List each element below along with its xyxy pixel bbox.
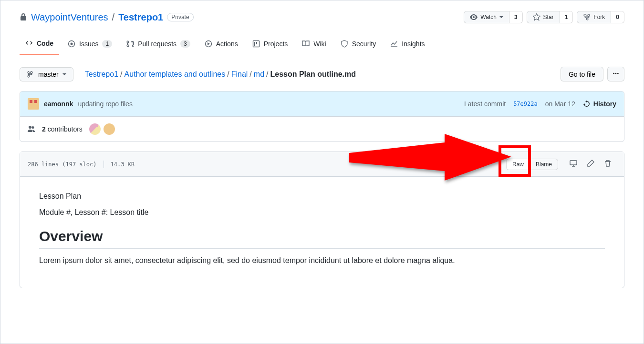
lock-icon	[20, 13, 27, 21]
edit-button[interactable]	[582, 157, 599, 172]
raw-button[interactable]: Raw	[506, 159, 530, 170]
tab-code-label: Code	[37, 40, 53, 47]
tab-insights-label: Insights	[402, 40, 425, 48]
breadcrumb-p2[interactable]: Final	[231, 70, 248, 78]
people-icon	[28, 125, 35, 133]
contributors-row: 2 contributors	[20, 117, 624, 142]
chevron-down-icon	[62, 73, 66, 77]
header-actions: Watch 3 Star 1 Fork 0	[464, 11, 624, 23]
chevron-down-icon	[499, 16, 503, 20]
file-content: Lesson Plan Module #, Lesson #: Lesson t…	[20, 177, 624, 288]
tab-actions[interactable]: Actions	[199, 36, 244, 55]
watch-button[interactable]: Watch	[464, 11, 509, 23]
svg-point-7	[615, 73, 617, 74]
repo-nav: Code Issues 1 Pull requests 3 Actions Pr…	[16, 36, 628, 55]
star-icon	[533, 13, 540, 21]
breadcrumb-p3[interactable]: md	[254, 70, 264, 78]
desktop-icon	[570, 160, 577, 167]
tab-pulls[interactable]: Pull requests 3	[121, 36, 196, 55]
fork-count[interactable]: 0	[611, 11, 624, 23]
svg-rect-4	[254, 42, 255, 46]
history-label: History	[593, 100, 616, 108]
file-info: 286 lines (197 sloc) 14.3 KB	[28, 161, 135, 168]
tab-projects[interactable]: Projects	[247, 36, 294, 55]
file-header: 286 lines (197 sloc) 14.3 KB Raw Blame	[20, 152, 624, 177]
commit-sha[interactable]: 57e922a	[513, 101, 538, 107]
tab-issues[interactable]: Issues 1	[62, 36, 118, 55]
tab-issues-label: Issues	[79, 40, 98, 48]
tab-actions-label: Actions	[216, 40, 238, 48]
tab-wiki-label: Wiki	[313, 40, 326, 48]
delete-button[interactable]	[599, 157, 616, 172]
breadcrumb-root[interactable]: Testrepo1	[85, 70, 118, 78]
contributors-text[interactable]: 2 contributors	[42, 125, 83, 133]
history-icon	[583, 100, 591, 108]
tab-security[interactable]: Security	[335, 36, 382, 55]
commit-author[interactable]: eamonnk	[44, 100, 73, 108]
watch-count[interactable]: 3	[509, 11, 523, 23]
project-icon	[252, 40, 260, 48]
repo-owner-link[interactable]: WaypointVentures	[31, 12, 108, 23]
commit-message[interactable]: updating repo files	[78, 100, 132, 108]
more-options-button[interactable]	[607, 67, 624, 81]
issue-icon	[68, 40, 75, 48]
file-box: 286 lines (197 sloc) 14.3 KB Raw Blame	[20, 152, 624, 288]
branch-selector[interactable]: master	[20, 67, 73, 81]
breadcrumb: Testrepo1/Author templates and outlines/…	[85, 70, 356, 79]
issues-count: 1	[102, 40, 112, 48]
fork-button[interactable]: Fork	[577, 11, 611, 23]
content-body: Lorem ipsum dolor sit amet, consectetur …	[39, 256, 605, 265]
repo-title: WaypointVentures / Testrepo1 Private	[20, 12, 194, 23]
star-label: Star	[543, 14, 554, 20]
file-actions: Raw Blame	[506, 157, 616, 172]
display-source-button[interactable]	[565, 157, 582, 172]
breadcrumb-p1[interactable]: Author templates and outlines	[125, 70, 226, 78]
content-heading: Overview	[39, 228, 605, 249]
tab-code[interactable]: Code	[20, 36, 59, 55]
visibility-badge: Private	[167, 13, 193, 21]
play-icon	[205, 40, 212, 48]
contributor-avatar-2[interactable]	[104, 123, 115, 135]
tab-security-label: Security	[352, 40, 376, 48]
svg-point-8	[617, 73, 619, 74]
content-line-2: Module #, Lesson #: Lesson title	[39, 208, 605, 217]
fork-icon	[583, 13, 591, 21]
repo-name-link[interactable]: Testrepo1	[118, 12, 163, 23]
pulls-count: 3	[180, 40, 190, 48]
trash-icon	[604, 160, 612, 167]
tab-insights[interactable]: Insights	[384, 36, 430, 55]
breadcrumb-file: Lesson Plan outline.md	[270, 70, 356, 78]
latest-commit-label: Latest commit	[464, 100, 506, 108]
tab-pulls-label: Pull requests	[138, 40, 177, 48]
star-button[interactable]: Star	[527, 11, 560, 23]
code-icon	[25, 40, 33, 47]
pencil-icon	[587, 160, 594, 167]
divider	[104, 161, 104, 168]
star-count[interactable]: 1	[560, 11, 573, 23]
repo-header: WaypointVentures / Testrepo1 Private Wat…	[16, 8, 628, 23]
kebab-icon	[613, 70, 619, 77]
tab-wiki[interactable]: Wiki	[296, 36, 332, 55]
svg-rect-9	[570, 161, 577, 165]
svg-point-6	[613, 73, 614, 74]
watch-label: Watch	[480, 14, 497, 20]
file-nav: master Testrepo1/Author templates and ou…	[16, 67, 628, 81]
file-size: 14.3 KB	[111, 161, 135, 168]
contributor-avatar-1[interactable]	[89, 123, 101, 135]
commit-row: eamonnk updating repo files Latest commi…	[20, 91, 624, 117]
slash: /	[112, 12, 115, 23]
avatar[interactable]	[28, 98, 39, 110]
graph-icon	[390, 40, 398, 48]
blame-button[interactable]: Blame	[530, 159, 558, 170]
branch-name: master	[38, 71, 59, 78]
go-to-file-button[interactable]: Go to file	[561, 67, 603, 81]
history-link[interactable]: History	[583, 100, 616, 108]
tab-projects-label: Projects	[264, 40, 288, 48]
svg-rect-5	[256, 42, 257, 44]
contributor-avatars	[89, 123, 115, 135]
eye-icon	[470, 13, 478, 21]
commit-date: on Mar 12	[545, 100, 575, 108]
branch-icon	[27, 71, 34, 78]
commit-box: eamonnk updating repo files Latest commi…	[20, 91, 624, 142]
book-icon	[302, 40, 310, 48]
